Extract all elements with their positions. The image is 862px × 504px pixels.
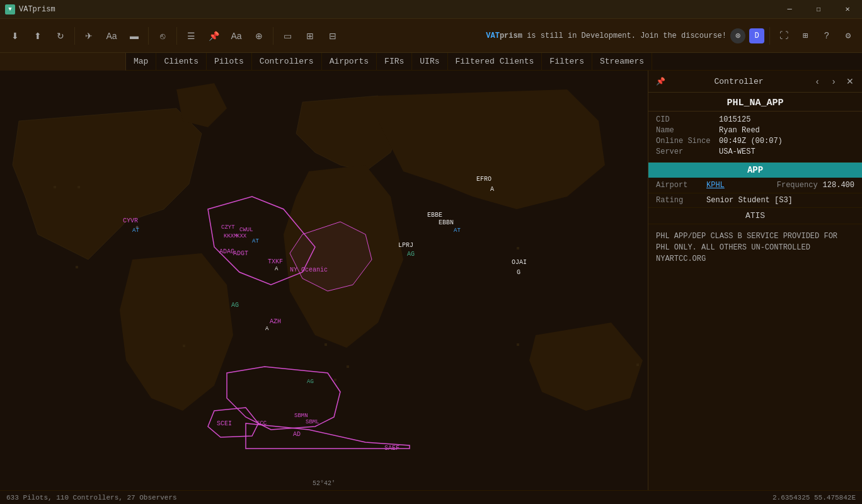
app-icon: ▼ (5, 4, 15, 14)
name-label: Name (656, 126, 719, 135)
map-label-at-ebbe: AT (454, 227, 461, 234)
fullscreen-icon[interactable]: ⛶ (775, 27, 793, 45)
panel-title-label: Controller (667, 77, 810, 86)
grid-icon[interactable]: ⊞ (796, 27, 814, 45)
toolbar-sep-2 (148, 27, 149, 45)
toolbar-font-btn[interactable]: Aa (226, 26, 246, 46)
map-label-sbmn: SBMN (294, 413, 308, 419)
map-label-adag: ADAG (219, 248, 234, 255)
question-icon[interactable]: ? (818, 27, 836, 45)
svg-rect-9 (78, 186, 80, 188)
toolbar-menu-btn[interactable]: ☰ (181, 26, 201, 46)
panel-callsign: PHL_NA_APP (648, 93, 862, 112)
toolbar-filter-btn[interactable]: ⊟ (323, 26, 343, 46)
tab-map[interactable]: Map (126, 53, 156, 70)
titlebar-left: ▼ VATprism (0, 4, 55, 14)
panel-back-button[interactable]: ‹ (810, 74, 824, 88)
toolbar-pin-btn[interactable]: 📌 (204, 26, 224, 46)
tab-filtered-clients[interactable]: Filtered Clients (448, 53, 543, 70)
rating-value: Senior Student [S3] (706, 196, 793, 205)
panel-atis-header: ATIS (648, 208, 862, 224)
svg-marker-1 (290, 222, 372, 291)
stats-label: 633 Pilots, 110 Controllers, 27 Observer… (6, 494, 177, 501)
toolbar-cursor-btn[interactable]: ⊕ (249, 26, 269, 46)
toolbar-layers-btn[interactable]: ⊞ (300, 26, 320, 46)
map-label-ny-oceanic: NY Oceanic (290, 266, 328, 273)
info-row-online: Online Since 00:49Z (00:07) (656, 137, 854, 146)
server-value: USA-WEST (719, 147, 756, 156)
toolbar-plane-btn[interactable]: ✈ (79, 26, 99, 46)
toolbar-ruler-btn[interactable]: ▬ (124, 26, 144, 46)
svg-rect-5 (517, 343, 519, 346)
map-label-txkf: TXKF (268, 258, 283, 265)
panel-type-bar: APP (648, 163, 862, 178)
search-input[interactable] (0, 53, 126, 71)
panel-pin-button[interactable]: 📌 (653, 74, 667, 88)
discord-icon[interactable]: D (749, 28, 764, 43)
map-label-cyvr: CYVR (123, 217, 138, 224)
toolbar-text-btn[interactable]: Aa (101, 26, 122, 46)
map-label-saef: SAEF (384, 445, 399, 452)
toolbar-up-btn[interactable]: ⬆ (28, 26, 48, 46)
map-label-cwul: CWUL (239, 227, 253, 233)
toolbar-rect-btn[interactable]: ▭ (277, 26, 297, 46)
tab-uirs[interactable]: UIRs (412, 53, 447, 70)
coords-label: 2.6354325 55.475842E (773, 494, 856, 501)
svg-rect-2 (54, 186, 56, 188)
github-icon[interactable]: ⊛ (730, 28, 745, 43)
tab-controllers[interactable]: Controllers (252, 53, 322, 70)
maximize-button[interactable]: ☐ (804, 0, 833, 19)
svg-rect-6 (347, 365, 349, 368)
map-label-kkxm: KKXM (224, 233, 238, 239)
cid-label: CID (656, 115, 719, 124)
map-label-a-txkf: A (275, 266, 278, 272)
panel-close-button[interactable]: ✕ (843, 74, 857, 88)
svg-rect-10 (76, 266, 78, 268)
svg-rect-0 (0, 71, 648, 490)
tab-filters[interactable]: Filters (542, 53, 592, 70)
map-label-scc: SCC (256, 420, 267, 427)
map-label-scei: SCEI (217, 420, 232, 427)
map-area[interactable]: CYVR + AT EFRO A LPRJ AG OJAI G EBBE EBB… (0, 71, 648, 490)
airport-value[interactable]: KPHL (706, 181, 725, 190)
svg-rect-3 (183, 345, 185, 347)
close-button[interactable]: ✕ (833, 0, 862, 19)
online-value: 00:49Z (00:07) (719, 137, 783, 146)
tab-firs[interactable]: FIRs (377, 53, 412, 70)
map-label-ebbe: EBBE (427, 212, 442, 219)
map-label-ag-mid: AG (231, 302, 239, 309)
tab-streamers[interactable]: Streamers (592, 53, 652, 70)
minimize-button[interactable]: — (775, 0, 804, 19)
toolbar-share-btn[interactable]: ⎋ (152, 26, 173, 46)
tab-airports[interactable]: Airports (322, 53, 377, 70)
rating-label: Rating (656, 196, 706, 205)
panel-airport-row: Airport KPHL Frequency 128.400 (648, 178, 862, 193)
svg-rect-8 (517, 247, 519, 249)
map-label-azh: AZH (270, 318, 281, 325)
tab-pilots[interactable]: Pilots (207, 53, 252, 70)
airport-label: Airport (656, 181, 706, 190)
tab-clients[interactable]: Clients (156, 53, 207, 70)
main: CYVR + AT EFRO A LPRJ AG OJAI G EBBE EBB… (0, 71, 862, 490)
server-label: Server (656, 147, 719, 156)
titlebar-controls[interactable]: — ☐ ✕ (775, 0, 862, 19)
info-row-server: Server USA-WEST (656, 147, 854, 156)
brand-vat: VAT (486, 32, 500, 40)
settings-icon[interactable]: ⚙ (839, 27, 857, 45)
freq-label: Frequency (777, 181, 818, 190)
panel-info: CID 1015125 Name Ryan Reed Online Since … (648, 112, 862, 163)
info-row-name: Name Ryan Reed (656, 126, 854, 135)
panel-forward-button[interactable]: › (827, 74, 841, 88)
map-label-ebbn: EBBN (439, 219, 454, 226)
toolbar-sep-5 (769, 27, 770, 45)
toolbar-right: VATprism is still in Development. Join t… (486, 27, 857, 45)
notice-text: is still in Development. Join the discou… (527, 32, 727, 40)
toolbar-refresh-btn[interactable]: ↻ (50, 26, 71, 46)
map-label-czyt: CZYT (221, 224, 235, 231)
map-label-lprj: LPRJ (398, 242, 413, 249)
map-label-ag-sa: AG (307, 379, 314, 385)
toolbar-sep-4 (273, 27, 273, 45)
map-label-a-azh: A (265, 326, 268, 332)
map-label-g-ojai: G (517, 269, 520, 276)
toolbar-download-btn[interactable]: ⬇ (5, 26, 25, 46)
